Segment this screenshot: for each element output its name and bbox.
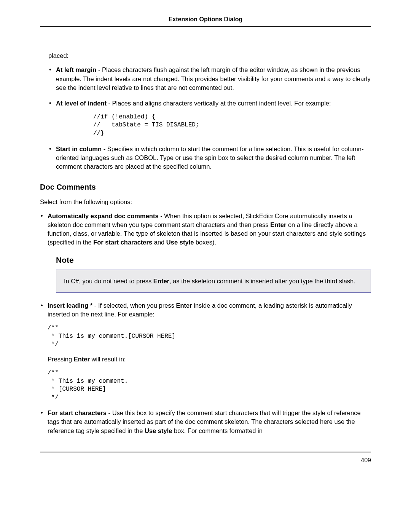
item-label: For start characters xyxy=(48,409,107,416)
code-block: //if (!enabled) { // tabState = TIS_DISA… xyxy=(93,113,371,138)
doc-comments-heading: Doc Comments xyxy=(40,182,371,192)
note-box: In C#, you do not need to press Enter, a… xyxy=(56,270,371,293)
item-text: - Places and aligns characters verticall… xyxy=(107,100,331,107)
field-for-start-characters: For start characters xyxy=(93,239,152,246)
key-enter: Enter xyxy=(270,221,286,228)
code-block-before: /** * This is my comment.[CURSOR HERE] *… xyxy=(48,324,371,349)
code-block-after: /** * This is my comment. * [CURSOR HERE… xyxy=(48,369,371,402)
placement-list: At left margin - Places characters flush… xyxy=(48,66,371,171)
page-header: Extension Options Dialog xyxy=(40,15,371,27)
page-content: placed: At left margin - Places characte… xyxy=(40,51,371,452)
item-label: At level of indent xyxy=(56,100,107,107)
field-use-style: Use style xyxy=(166,239,194,246)
item-label: Automatically expand doc comments xyxy=(48,212,159,219)
item-auto-expand: Automatically expand doc comments - When… xyxy=(40,212,371,293)
mid-text: Pressing Enter will result in: xyxy=(48,355,371,364)
doc-intro: Select from the following options: xyxy=(40,198,371,206)
key-enter: Enter xyxy=(176,302,192,309)
item-at-left-margin: At left margin - Places characters flush… xyxy=(48,66,371,92)
lead-text: placed: xyxy=(48,51,371,60)
item-start-in-column: Start in column - Specifies in which col… xyxy=(48,145,371,171)
page-number: 409 xyxy=(0,456,371,465)
item-label: Start in column xyxy=(56,145,102,152)
doc-options-list: Automatically expand doc comments - When… xyxy=(40,212,371,435)
item-text: - Places characters flush against the le… xyxy=(56,66,371,91)
item-text: - Specifies in which column to start the… xyxy=(56,145,364,170)
key-enter: Enter xyxy=(74,356,90,363)
item-label: Insert leading * xyxy=(48,302,92,309)
item-label: At left margin xyxy=(56,66,96,73)
item-at-level-of-indent: At level of indent - Places and aligns c… xyxy=(48,99,371,138)
item-for-start-characters: For start characters - Use this box to s… xyxy=(40,409,371,435)
note-heading: Note xyxy=(56,254,371,265)
key-enter: Enter xyxy=(153,278,169,284)
field-use-style: Use style xyxy=(145,427,172,434)
item-insert-leading-asterisk: Insert leading * - If selected, when you… xyxy=(40,301,371,402)
